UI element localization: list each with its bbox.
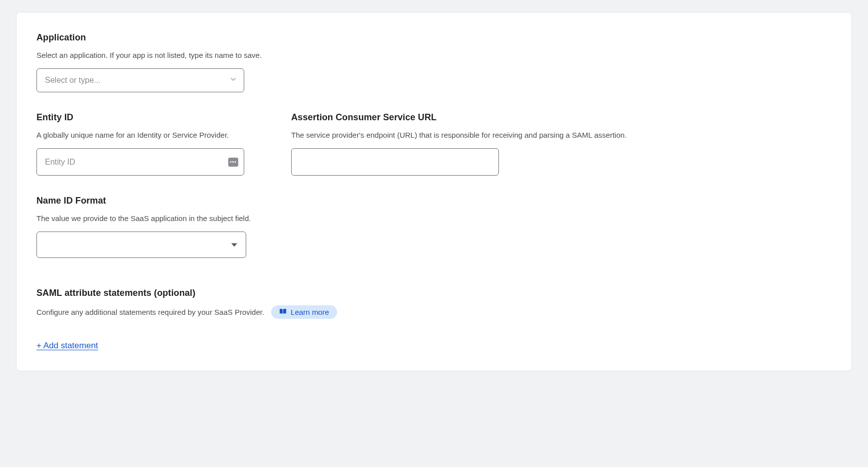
saml-attributes-desc-row: Configure any additional statements requ… [36,305,832,319]
entity-id-input[interactable] [36,148,244,176]
saml-attributes-heading: SAML attribute statements (optional) [36,288,832,298]
name-id-format-select[interactable] [36,232,246,258]
entity-id-section: Entity ID A globally unique name for an … [36,112,271,176]
config-card: Application Select an application. If yo… [16,12,852,371]
name-id-format-heading: Name ID Format [36,196,832,206]
name-id-format-select-wrap [36,232,246,258]
acs-url-input[interactable] [291,148,499,176]
id-url-row: Entity ID A globally unique name for an … [36,112,832,176]
entity-id-heading: Entity ID [36,112,271,123]
application-section: Application Select an application. If yo… [36,32,832,92]
application-heading: Application [36,32,832,43]
acs-url-section: Assertion Consumer Service URL The servi… [291,112,832,176]
learn-more-link[interactable]: Learn more [271,305,337,319]
name-id-format-section: Name ID Format The value we provide to t… [36,196,832,258]
entity-id-description: A globally unique name for an Identity o… [36,130,271,140]
name-id-format-description: The value we provide to the SaaS applica… [36,213,832,224]
book-icon [279,308,287,316]
add-statement-button[interactable]: + Add statement [36,341,98,351]
acs-url-heading: Assertion Consumer Service URL [291,112,832,123]
password-suggestion-icon: ••• [228,158,238,167]
application-description: Select an application. If your app is no… [36,50,832,60]
acs-url-input-wrap [291,148,499,176]
application-combobox[interactable] [36,68,244,92]
saml-attributes-description: Configure any additional statements requ… [36,307,264,317]
learn-more-label: Learn more [291,308,329,316]
saml-attributes-section: SAML attribute statements (optional) Con… [36,288,832,351]
acs-url-description: The service provider's endpoint (URL) th… [291,130,832,140]
application-input[interactable] [36,68,244,92]
entity-id-input-wrap: ••• [36,148,244,176]
